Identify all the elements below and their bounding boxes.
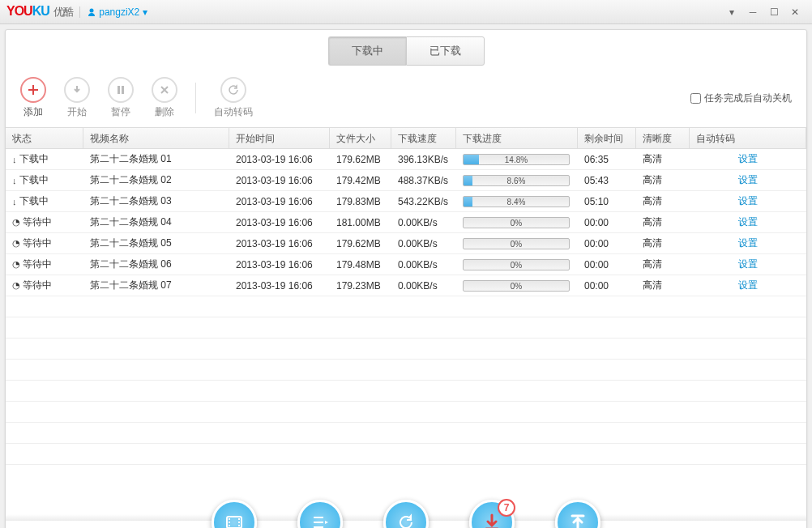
close-button[interactable]: ✕ [784, 4, 806, 20]
settings-link[interactable]: 设置 [738, 215, 758, 229]
cell-progress: 8.6% [456, 175, 578, 186]
cell-time: 2013-03-19 16:06 [229, 154, 330, 165]
cell-status: ◔等待中 [6, 258, 83, 271]
status-icon: ↓ [12, 176, 17, 185]
dock-library-button[interactable] [212, 500, 257, 528]
window-controls: ▾ ─ ☐ ✕ [721, 4, 806, 20]
start-button[interactable]: 开始 [64, 77, 90, 119]
status-icon: ◔ [12, 217, 20, 228]
download-badge: 7 [498, 499, 515, 517]
cell-auto: 设置 [690, 236, 806, 250]
settings-link[interactable]: 设置 [738, 194, 758, 208]
table-row[interactable]: ↓下载中 第二十二条婚规 02 2013-03-19 16:06 179.42M… [6, 170, 806, 191]
svg-point-0 [90, 8, 94, 12]
tab-downloading[interactable]: 下载中 [328, 36, 406, 66]
minimize-button[interactable]: ─ [742, 4, 763, 20]
dock-sync-button[interactable] [383, 500, 429, 528]
start-label: 开始 [67, 105, 87, 119]
cell-name: 第二十二条婚规 04 [83, 215, 229, 229]
pause-button[interactable]: 暂停 [108, 77, 134, 119]
cell-status: ◔等待中 [6, 236, 83, 250]
table-row[interactable]: ◔等待中 第二十二条婚规 06 2013-03-19 16:06 179.48M… [6, 254, 806, 275]
svg-rect-4 [229, 518, 230, 520]
table-row[interactable]: ↓下载中 第二十二条婚规 01 2013-03-19 16:06 179.62M… [6, 149, 806, 170]
cell-size: 179.62MB [330, 154, 391, 165]
maximize-button[interactable]: ☐ [763, 4, 784, 20]
cell-name: 第二十二条婚规 05 [83, 236, 229, 250]
settings-link[interactable]: 设置 [738, 173, 758, 187]
progress-bar: 0% [463, 238, 570, 249]
cell-size: 179.62MB [330, 238, 391, 249]
cell-speed: 0.00KB/s [391, 280, 456, 292]
col-quality[interactable]: 清晰度 [636, 128, 690, 148]
refresh-icon [220, 77, 246, 103]
menu-button[interactable]: ▾ [721, 4, 742, 20]
col-progress[interactable]: 下载进度 [456, 128, 578, 148]
cell-time: 2013-03-19 16:06 [229, 196, 330, 207]
col-remain[interactable]: 剩余时间 [578, 128, 636, 148]
progress-bar: 0% [463, 259, 570, 270]
downloads-table: 状态 视频名称 开始时间 文件大小 下载速度 下载进度 剩余时间 清晰度 自动转… [6, 127, 806, 465]
cell-remain: 00:00 [578, 259, 636, 270]
logo: YOUKU 优酷 [6, 4, 73, 19]
progress-bar: 0% [463, 217, 570, 228]
col-time[interactable]: 开始时间 [229, 128, 330, 148]
delete-label: 删除 [155, 105, 174, 119]
cell-progress: 14.8% [456, 154, 578, 165]
col-size[interactable]: 文件大小 [330, 128, 391, 148]
table-row-empty [6, 339, 806, 360]
pause-icon [108, 77, 134, 103]
tab-downloaded[interactable]: 已下载 [406, 36, 485, 66]
cell-remain: 00:00 [578, 280, 636, 292]
add-label: 添加 [24, 105, 43, 119]
cell-remain: 00:00 [578, 238, 636, 249]
dock-download-button[interactable]: 7 [469, 500, 515, 528]
status-icon: ↓ [12, 197, 17, 207]
cell-remain: 05:10 [578, 196, 636, 207]
cell-auto: 设置 [690, 258, 806, 271]
col-name[interactable]: 视频名称 [83, 128, 229, 148]
cell-time: 2013-03-19 16:06 [229, 175, 330, 186]
add-button[interactable]: 添加 [20, 77, 46, 119]
progress-bar: 8.4% [463, 196, 570, 207]
settings-link[interactable]: 设置 [738, 279, 758, 292]
table-row[interactable]: ◔等待中 第二十二条婚规 05 2013-03-19 16:06 179.62M… [6, 233, 806, 254]
status-icon: ◔ [12, 280, 20, 291]
cell-name: 第二十二条婚规 06 [83, 258, 229, 271]
film-icon [224, 512, 245, 528]
dropdown-arrow-icon: ▾ [143, 6, 147, 18]
user-menu[interactable]: pangziX2 ▾ [87, 6, 147, 18]
progress-bar: 8.6% [463, 175, 570, 186]
cell-progress: 8.4% [456, 196, 578, 207]
col-status[interactable]: 状态 [6, 128, 83, 148]
auto-shutdown-label: 任务完成后自动关机 [704, 92, 792, 105]
auto-transcode-button[interactable]: 自动转码 [214, 77, 253, 119]
toolbar-separator [195, 83, 196, 113]
settings-link[interactable]: 设置 [738, 152, 758, 166]
col-auto[interactable]: 自动转码 [690, 128, 806, 148]
col-speed[interactable]: 下载速度 [391, 128, 456, 148]
auto-shutdown-checkbox[interactable]: 任务完成后自动关机 [690, 92, 792, 105]
dock-playlist-button[interactable] [297, 500, 343, 528]
cell-quality: 高清 [636, 236, 690, 250]
cell-quality: 高清 [636, 258, 690, 271]
table-row[interactable]: ◔等待中 第二十二条婚规 04 2013-03-19 16:06 181.00M… [6, 212, 806, 233]
user-icon [87, 7, 96, 17]
cell-size: 179.48MB [330, 259, 391, 270]
delete-button[interactable]: 删除 [152, 77, 177, 119]
settings-link[interactable]: 设置 [738, 236, 758, 250]
tabs: 下载中 已下载 [6, 30, 806, 66]
cell-time: 2013-03-19 16:06 [229, 238, 330, 249]
svg-rect-7 [238, 518, 240, 520]
logo-you: YOU [6, 4, 32, 18]
table-row[interactable]: ↓下载中 第二十二条婚规 03 2013-03-19 16:06 179.83M… [6, 191, 806, 212]
cell-status: ↓下载中 [6, 194, 83, 208]
settings-link[interactable]: 设置 [738, 258, 758, 271]
auto-shutdown-input[interactable] [690, 93, 701, 104]
dock-upload-button[interactable] [555, 500, 600, 528]
table-row[interactable]: ◔等待中 第二十二条婚规 07 2013-03-19 16:06 179.23M… [6, 275, 806, 296]
cell-name: 第二十二条婚规 07 [83, 279, 229, 292]
cell-auto: 设置 [690, 152, 806, 166]
svg-rect-8 [238, 522, 240, 523]
cell-size: 181.00MB [330, 217, 391, 228]
